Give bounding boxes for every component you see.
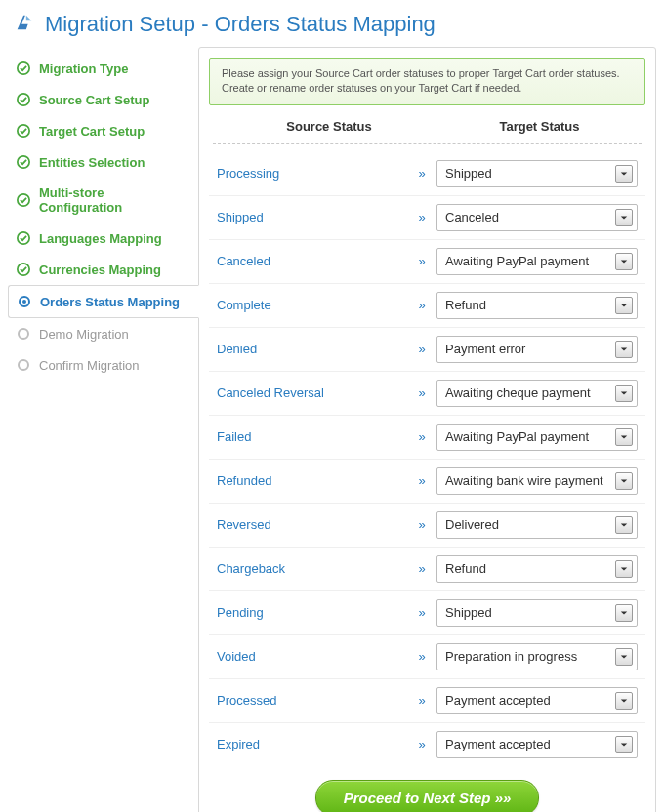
- arrow-icon: »: [407, 342, 436, 356]
- chevron-down-icon: [615, 341, 633, 358]
- mapping-row: Canceled»Awaiting PayPal payment: [209, 239, 645, 283]
- chevron-down-icon: [615, 165, 633, 183]
- sidebar-item-label: Demo Migration: [39, 327, 129, 342]
- mapping-row: Canceled Reversal»Awaiting cheque paymen…: [209, 371, 645, 415]
- source-status-label[interactable]: Failed: [217, 429, 407, 444]
- info-line: Create or rename order statuses on your …: [222, 81, 633, 96]
- sidebar-item[interactable]: Confirm Migration: [8, 349, 198, 381]
- target-status-select[interactable]: Shipped: [436, 599, 638, 627]
- sidebar-item-label: Currencies Mapping: [39, 263, 161, 277]
- sidebar-item-label: Confirm Migration: [39, 358, 140, 373]
- target-status-select[interactable]: Canceled: [436, 204, 638, 231]
- info-line: Please assign your Source Cart order sta…: [222, 66, 633, 81]
- mapping-row: Failed»Awaiting PayPal payment: [209, 415, 645, 459]
- migration-logo-icon: [14, 12, 45, 37]
- main-panel: Please assign your Source Cart order sta…: [198, 47, 656, 812]
- target-status-value: Awaiting PayPal payment: [445, 429, 589, 444]
- sidebar-item-label: Migration Type: [39, 61, 128, 76]
- source-status-label[interactable]: Voided: [217, 649, 407, 664]
- arrow-icon: »: [407, 298, 436, 312]
- sidebar-item[interactable]: Target Cart Setup: [8, 115, 198, 146]
- target-status-value: Shipped: [445, 605, 492, 620]
- target-status-value: Awaiting cheque payment: [445, 386, 591, 400]
- check-circle-icon: [16, 230, 31, 246]
- sidebar-item[interactable]: Orders Status Mapping: [8, 285, 199, 318]
- sidebar-item[interactable]: Currencies Mapping: [8, 254, 198, 285]
- target-status-select[interactable]: Payment accepted: [436, 731, 638, 758]
- check-circle-icon: [16, 154, 31, 170]
- sidebar-item-label: Languages Mapping: [39, 231, 162, 246]
- source-status-label[interactable]: Chargeback: [217, 561, 407, 576]
- chevron-down-icon: [615, 692, 633, 710]
- source-status-label[interactable]: Denied: [217, 342, 407, 356]
- chevron-down-icon: [615, 736, 633, 753]
- target-status-value: Payment error: [445, 342, 525, 356]
- sidebar-item[interactable]: Demo Migration: [8, 318, 198, 349]
- sidebar-item-label: Target Cart Setup: [39, 124, 145, 139]
- check-circle-icon: [16, 92, 31, 107]
- target-status-select[interactable]: Payment error: [436, 336, 638, 363]
- chevron-down-icon: [615, 297, 633, 314]
- target-status-select[interactable]: Delivered: [436, 511, 638, 539]
- sidebar-item-label: Orders Status Mapping: [40, 295, 180, 309]
- source-status-label[interactable]: Processed: [217, 693, 407, 708]
- source-status-label[interactable]: Canceled: [217, 254, 407, 268]
- arrow-icon: »: [407, 605, 436, 620]
- mapping-rows: Processing»ShippedShipped»CanceledCancel…: [209, 152, 645, 766]
- arrow-icon: »: [407, 517, 436, 532]
- source-status-label[interactable]: Reversed: [217, 517, 407, 532]
- mapping-row: Processed»Payment accepted: [209, 678, 645, 722]
- target-status-value: Canceled: [445, 210, 499, 224]
- sidebar-item-label: Source Cart Setup: [39, 93, 149, 107]
- sidebar-item[interactable]: Entities Selection: [8, 146, 198, 178]
- chevron-down-icon: [615, 253, 633, 270]
- chevron-down-icon: [615, 560, 633, 578]
- arrow-icon: »: [407, 693, 436, 708]
- source-status-label[interactable]: Pending: [217, 605, 407, 620]
- mapping-row: Pending»Shipped: [209, 590, 645, 634]
- target-status-value: Payment accepted: [445, 737, 551, 751]
- target-status-select[interactable]: Payment accepted: [436, 687, 638, 714]
- sidebar-item[interactable]: Migration Type: [8, 53, 198, 84]
- info-box: Please assign your Source Cart order sta…: [209, 58, 645, 105]
- target-status-value: Awaiting PayPal payment: [445, 254, 589, 268]
- radio-empty-icon: [16, 357, 31, 373]
- source-status-label[interactable]: Refunded: [217, 473, 407, 488]
- target-status-select[interactable]: Awaiting bank wire payment: [436, 467, 638, 495]
- page-title: Migration Setup - Orders Status Mapping: [45, 12, 436, 37]
- sidebar-item[interactable]: Multi-store Configuration: [8, 178, 198, 223]
- source-status-label[interactable]: Canceled Reversal: [217, 386, 407, 400]
- arrow-icon: »: [407, 210, 436, 224]
- target-status-value: Payment accepted: [445, 693, 551, 708]
- target-status-value: Shipped: [445, 166, 492, 181]
- target-status-select[interactable]: Awaiting PayPal payment: [436, 248, 638, 275]
- sidebar-item-label: Entities Selection: [39, 155, 145, 170]
- chevron-down-icon: [615, 516, 633, 534]
- proceed-button[interactable]: Proceed to Next Step »»: [315, 780, 540, 812]
- source-status-label[interactable]: Shipped: [217, 210, 407, 224]
- target-status-select[interactable]: Awaiting PayPal payment: [436, 424, 638, 451]
- radio-active-icon: [17, 294, 32, 309]
- arrow-icon: »: [407, 649, 436, 664]
- chevron-down-icon: [615, 428, 633, 446]
- arrow-icon: »: [407, 254, 436, 268]
- target-status-value: Refund: [445, 561, 486, 576]
- target-status-value: Refund: [445, 298, 486, 312]
- target-status-select[interactable]: Awaiting cheque payment: [436, 380, 638, 407]
- source-status-label[interactable]: Expired: [217, 737, 407, 751]
- target-status-select[interactable]: Shipped: [436, 160, 638, 187]
- arrow-icon: »: [407, 737, 436, 751]
- target-status-select[interactable]: Preparation in progress: [436, 643, 638, 670]
- mapping-row: Shipped»Canceled: [209, 195, 645, 239]
- source-status-label[interactable]: Processing: [217, 166, 407, 181]
- sidebar-item[interactable]: Languages Mapping: [8, 223, 198, 254]
- check-circle-icon: [16, 192, 31, 208]
- sidebar-item[interactable]: Source Cart Setup: [8, 84, 198, 115]
- target-status-select[interactable]: Refund: [436, 292, 638, 319]
- source-status-label[interactable]: Complete: [217, 298, 407, 312]
- chevron-down-icon: [615, 472, 633, 490]
- target-status-value: Preparation in progress: [445, 649, 577, 664]
- target-status-value: Awaiting bank wire payment: [445, 473, 603, 488]
- target-status-select[interactable]: Refund: [436, 555, 638, 583]
- divider: [213, 143, 642, 144]
